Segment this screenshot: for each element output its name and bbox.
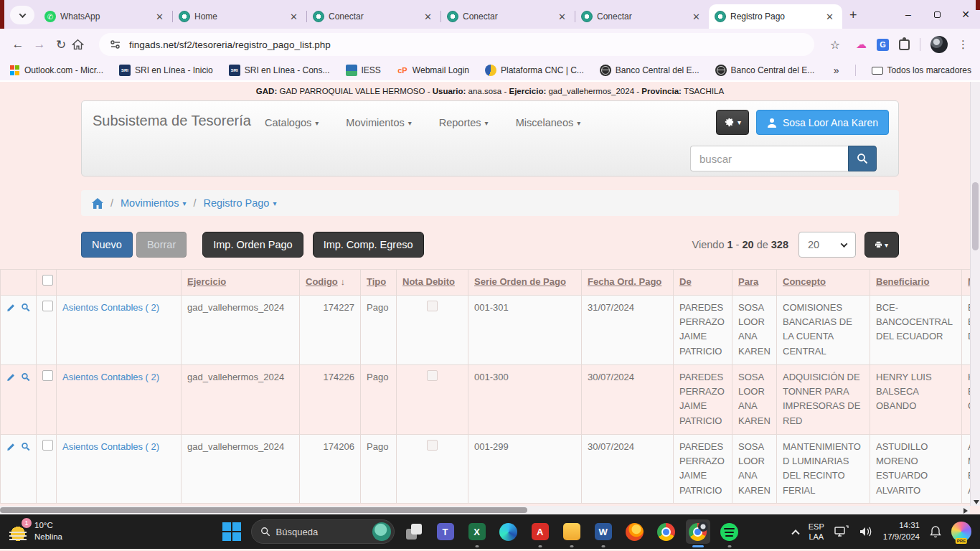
header-ejercicio[interactable]: Ejercicio — [182, 270, 300, 296]
imp-comp-egreso-button[interactable]: Imp. Comp. Egreso — [313, 232, 424, 258]
bookmarks-overflow-button[interactable]: » — [834, 65, 839, 76]
asientos-contables-link[interactable]: Asientos Contables ( 2) — [62, 302, 159, 313]
network-icon[interactable] — [834, 525, 849, 538]
address-bar[interactable]: fingads.net/sf2/tesoreria/registro_pago_… — [99, 33, 814, 56]
weather-widget[interactable]: 1 10°CNeblina — [0, 520, 194, 542]
borrar-button[interactable]: Borrar — [136, 232, 187, 258]
edit-pencil-icon[interactable] — [6, 441, 17, 452]
tray-overflow-icon[interactable] — [791, 529, 799, 537]
asientos-contables-link[interactable]: Asientos Contables ( 2) — [62, 441, 159, 452]
menu-miscelaneos[interactable]: Miscelaneos▾ — [516, 117, 581, 128]
vertical-scrollbar[interactable] — [970, 82, 980, 506]
row-checkbox[interactable] — [42, 440, 53, 451]
tab-close-icon[interactable]: ✕ — [421, 11, 435, 22]
row-checkbox[interactable] — [42, 301, 53, 311]
nuevo-button[interactable]: Nuevo — [81, 232, 133, 258]
forward-button[interactable]: → — [29, 37, 50, 52]
header-serie[interactable]: Serie Orden de Pago — [468, 270, 582, 296]
edit-pencil-icon[interactable] — [6, 372, 17, 382]
tab-registro-pago[interactable]: Registro Pago ✕ — [709, 4, 842, 29]
tab-close-icon[interactable]: ✕ — [689, 11, 703, 22]
weather-extension-icon[interactable]: ☁ — [856, 38, 867, 51]
translate-icon[interactable]: G — [877, 39, 889, 51]
home-button[interactable] — [72, 39, 93, 51]
browser-menu-icon[interactable]: ⋮ — [958, 38, 969, 51]
select-all-checkbox[interactable] — [42, 275, 53, 286]
edge-button[interactable] — [496, 519, 521, 544]
header-beneficiario[interactable]: Beneficiario — [870, 270, 962, 296]
horizontal-scrollbar-thumb[interactable] — [0, 507, 527, 513]
page-size-select[interactable]: 20 — [798, 232, 856, 258]
menu-catalogos[interactable]: Catalogos▾ — [265, 117, 319, 128]
spotify-button[interactable] — [717, 519, 742, 544]
user-menu-button[interactable]: Sosa Loor Ana Karen — [756, 110, 889, 135]
maximize-button[interactable] — [923, 0, 951, 29]
back-button[interactable]: ← — [7, 37, 29, 52]
imp-orden-pago-button[interactable]: Imp. Orden Pago — [202, 232, 303, 258]
header-codigo[interactable]: Codigo ↓ — [300, 270, 361, 296]
row-checkbox[interactable] — [42, 370, 53, 381]
task-view-button[interactable] — [402, 519, 426, 544]
bookmark-outlook[interactable]: Outlook.com - Micr... — [9, 65, 103, 76]
acrobat-button[interactable]: A — [528, 519, 552, 544]
profile-avatar[interactable] — [930, 36, 948, 53]
excel-button[interactable]: X — [465, 519, 489, 544]
view-magnifier-icon[interactable] — [21, 372, 31, 382]
header-de[interactable]: De — [674, 270, 732, 296]
horizontal-scrollbar[interactable] — [0, 506, 970, 514]
tab-close-icon[interactable]: ✕ — [287, 11, 301, 22]
taskbar-search[interactable]: Búsqueda — [251, 519, 395, 544]
header-clipped[interactable]: M — [962, 270, 971, 296]
header-fecha[interactable]: Fecha Ord. Pago — [582, 270, 674, 296]
bookmark-star-icon[interactable]: ☆ — [824, 38, 846, 52]
reload-button[interactable]: ↻ — [50, 37, 72, 52]
tab-close-icon[interactable]: ✕ — [153, 11, 166, 22]
bookmark-sri-inicio[interactable]: SRI SRI en Línea - Inicio — [119, 65, 213, 76]
tab-conectar-3[interactable]: Conectar ✕ — [575, 4, 709, 29]
edit-pencil-icon[interactable] — [6, 302, 17, 313]
asientos-contables-link[interactable]: Asientos Contables ( 2) — [62, 372, 159, 382]
minimize-button[interactable]: – — [894, 0, 923, 29]
search-input[interactable] — [690, 146, 848, 171]
tab-close-icon[interactable]: ✕ — [823, 11, 837, 22]
notifications-bell-icon[interactable] — [930, 526, 941, 538]
chrome-profile-button[interactable] — [686, 519, 710, 544]
vertical-scrollbar-thumb[interactable] — [972, 182, 979, 250]
extensions-puzzle-icon[interactable] — [899, 39, 910, 50]
language-indicator[interactable]: ESPLAA — [809, 522, 824, 542]
volume-icon[interactable] — [859, 526, 873, 537]
bookmark-cnc[interactable]: Plataforma CNC | C... — [485, 65, 584, 76]
start-button[interactable] — [220, 519, 244, 544]
home-icon[interactable] — [92, 198, 103, 209]
menu-movimientos[interactable]: Movimientos▾ — [346, 117, 411, 128]
bookmark-iess[interactable]: IESS — [346, 65, 381, 76]
tab-conectar-2[interactable]: Conectar ✕ — [441, 4, 575, 29]
file-explorer-button[interactable] — [560, 519, 584, 544]
tab-close-icon[interactable]: ✕ — [555, 11, 569, 22]
settings-dropdown-button[interactable]: ▾ — [716, 110, 749, 135]
search-button[interactable] — [848, 146, 877, 171]
copilot-icon[interactable]: PRE — [951, 522, 971, 542]
firefox-button[interactable] — [623, 519, 647, 544]
tab-search-button[interactable] — [10, 6, 34, 24]
header-tipo[interactable]: Tipo — [361, 270, 397, 296]
tab-conectar-1[interactable]: Conectar ✕ — [307, 4, 440, 29]
teams-button[interactable]: T — [433, 519, 458, 544]
view-magnifier-icon[interactable] — [21, 441, 31, 452]
clock[interactable]: 14:3117/9/2024 — [883, 520, 920, 542]
chrome-button[interactable] — [654, 519, 679, 544]
breadcrumb-registro-pago[interactable]: Registro Pago▾ — [203, 197, 276, 209]
tab-home[interactable]: Home ✕ — [173, 4, 306, 29]
view-magnifier-icon[interactable] — [21, 302, 31, 313]
menu-reportes[interactable]: Reportes▾ — [439, 117, 489, 128]
breadcrumb-movimientos[interactable]: Movimientos▾ — [121, 197, 186, 209]
bookmark-banco-central-1[interactable]: Banco Central del E... — [600, 65, 699, 76]
header-concepto[interactable]: Concepto — [777, 270, 870, 296]
new-tab-button[interactable]: + — [849, 8, 857, 23]
word-button[interactable]: W — [591, 519, 616, 544]
header-nota-debito[interactable]: Nota Debito — [397, 270, 468, 296]
all-bookmarks-button[interactable]: Todos los marcadores — [872, 65, 971, 75]
bookmark-webmail[interactable]: cP Webmail Login — [397, 65, 469, 76]
header-para[interactable]: Para — [732, 270, 777, 296]
print-dropdown-button[interactable]: ▾ — [864, 232, 899, 258]
